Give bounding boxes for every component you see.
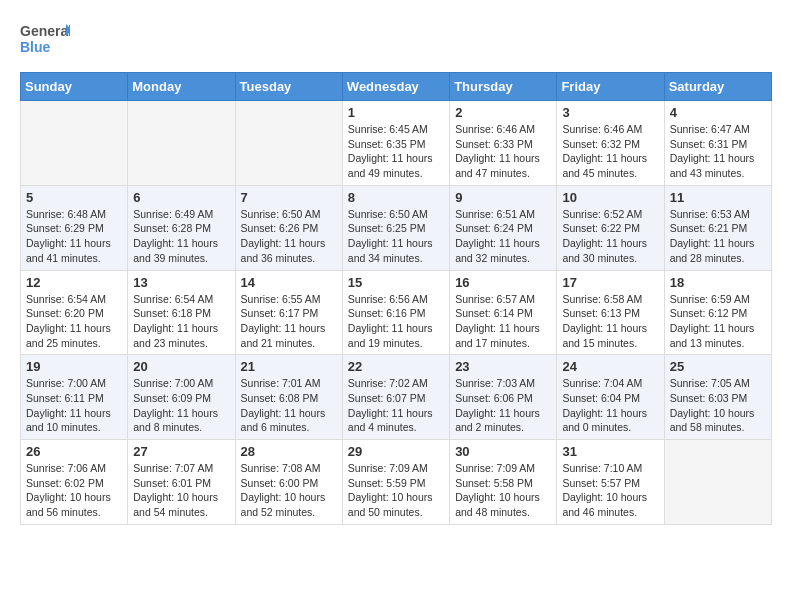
day-info: Sunrise: 7:00 AM Sunset: 6:09 PM Dayligh…	[133, 376, 229, 435]
calendar-cell: 8Sunrise: 6:50 AM Sunset: 6:25 PM Daylig…	[342, 185, 449, 270]
day-number: 1	[348, 105, 444, 120]
calendar-cell: 21Sunrise: 7:01 AM Sunset: 6:08 PM Dayli…	[235, 355, 342, 440]
day-number: 19	[26, 359, 122, 374]
calendar-week-row: 1Sunrise: 6:45 AM Sunset: 6:35 PM Daylig…	[21, 101, 772, 186]
day-info: Sunrise: 6:51 AM Sunset: 6:24 PM Dayligh…	[455, 207, 551, 266]
svg-text:Blue: Blue	[20, 39, 51, 55]
day-number: 13	[133, 275, 229, 290]
calendar-cell: 29Sunrise: 7:09 AM Sunset: 5:59 PM Dayli…	[342, 440, 449, 525]
day-number: 14	[241, 275, 337, 290]
day-number: 30	[455, 444, 551, 459]
calendar-cell: 18Sunrise: 6:59 AM Sunset: 6:12 PM Dayli…	[664, 270, 771, 355]
calendar-cell: 16Sunrise: 6:57 AM Sunset: 6:14 PM Dayli…	[450, 270, 557, 355]
day-info: Sunrise: 7:01 AM Sunset: 6:08 PM Dayligh…	[241, 376, 337, 435]
day-number: 2	[455, 105, 551, 120]
calendar-cell: 2Sunrise: 6:46 AM Sunset: 6:33 PM Daylig…	[450, 101, 557, 186]
calendar-week-row: 5Sunrise: 6:48 AM Sunset: 6:29 PM Daylig…	[21, 185, 772, 270]
calendar-cell: 10Sunrise: 6:52 AM Sunset: 6:22 PM Dayli…	[557, 185, 664, 270]
calendar-week-row: 26Sunrise: 7:06 AM Sunset: 6:02 PM Dayli…	[21, 440, 772, 525]
day-info: Sunrise: 7:04 AM Sunset: 6:04 PM Dayligh…	[562, 376, 658, 435]
page-header: General Blue	[20, 20, 772, 62]
day-info: Sunrise: 7:05 AM Sunset: 6:03 PM Dayligh…	[670, 376, 766, 435]
day-number: 8	[348, 190, 444, 205]
day-header-sunday: Sunday	[21, 73, 128, 101]
calendar-cell	[235, 101, 342, 186]
day-number: 22	[348, 359, 444, 374]
calendar-cell: 17Sunrise: 6:58 AM Sunset: 6:13 PM Dayli…	[557, 270, 664, 355]
day-info: Sunrise: 6:46 AM Sunset: 6:32 PM Dayligh…	[562, 122, 658, 181]
calendar-cell: 26Sunrise: 7:06 AM Sunset: 6:02 PM Dayli…	[21, 440, 128, 525]
calendar-cell: 20Sunrise: 7:00 AM Sunset: 6:09 PM Dayli…	[128, 355, 235, 440]
day-number: 10	[562, 190, 658, 205]
day-number: 3	[562, 105, 658, 120]
calendar-cell	[21, 101, 128, 186]
calendar-cell: 22Sunrise: 7:02 AM Sunset: 6:07 PM Dayli…	[342, 355, 449, 440]
day-info: Sunrise: 7:07 AM Sunset: 6:01 PM Dayligh…	[133, 461, 229, 520]
day-number: 24	[562, 359, 658, 374]
calendar-cell: 11Sunrise: 6:53 AM Sunset: 6:21 PM Dayli…	[664, 185, 771, 270]
day-number: 9	[455, 190, 551, 205]
day-number: 27	[133, 444, 229, 459]
day-header-wednesday: Wednesday	[342, 73, 449, 101]
day-number: 5	[26, 190, 122, 205]
day-number: 12	[26, 275, 122, 290]
calendar-week-row: 12Sunrise: 6:54 AM Sunset: 6:20 PM Dayli…	[21, 270, 772, 355]
day-info: Sunrise: 7:00 AM Sunset: 6:11 PM Dayligh…	[26, 376, 122, 435]
calendar-week-row: 19Sunrise: 7:00 AM Sunset: 6:11 PM Dayli…	[21, 355, 772, 440]
calendar-cell: 19Sunrise: 7:00 AM Sunset: 6:11 PM Dayli…	[21, 355, 128, 440]
calendar-cell: 12Sunrise: 6:54 AM Sunset: 6:20 PM Dayli…	[21, 270, 128, 355]
day-info: Sunrise: 6:53 AM Sunset: 6:21 PM Dayligh…	[670, 207, 766, 266]
day-number: 28	[241, 444, 337, 459]
day-number: 20	[133, 359, 229, 374]
day-number: 31	[562, 444, 658, 459]
day-info: Sunrise: 6:48 AM Sunset: 6:29 PM Dayligh…	[26, 207, 122, 266]
day-info: Sunrise: 7:08 AM Sunset: 6:00 PM Dayligh…	[241, 461, 337, 520]
day-info: Sunrise: 6:54 AM Sunset: 6:18 PM Dayligh…	[133, 292, 229, 351]
calendar-cell: 6Sunrise: 6:49 AM Sunset: 6:28 PM Daylig…	[128, 185, 235, 270]
day-number: 6	[133, 190, 229, 205]
day-header-friday: Friday	[557, 73, 664, 101]
day-number: 4	[670, 105, 766, 120]
day-info: Sunrise: 6:58 AM Sunset: 6:13 PM Dayligh…	[562, 292, 658, 351]
day-number: 7	[241, 190, 337, 205]
logo: General Blue	[20, 20, 70, 62]
day-info: Sunrise: 7:02 AM Sunset: 6:07 PM Dayligh…	[348, 376, 444, 435]
day-info: Sunrise: 6:50 AM Sunset: 6:25 PM Dayligh…	[348, 207, 444, 266]
calendar-body: 1Sunrise: 6:45 AM Sunset: 6:35 PM Daylig…	[21, 101, 772, 525]
day-header-tuesday: Tuesday	[235, 73, 342, 101]
calendar-table: SundayMondayTuesdayWednesdayThursdayFrid…	[20, 72, 772, 525]
day-info: Sunrise: 7:03 AM Sunset: 6:06 PM Dayligh…	[455, 376, 551, 435]
day-info: Sunrise: 6:47 AM Sunset: 6:31 PM Dayligh…	[670, 122, 766, 181]
day-header-thursday: Thursday	[450, 73, 557, 101]
calendar-cell	[128, 101, 235, 186]
day-info: Sunrise: 6:57 AM Sunset: 6:14 PM Dayligh…	[455, 292, 551, 351]
calendar-cell: 7Sunrise: 6:50 AM Sunset: 6:26 PM Daylig…	[235, 185, 342, 270]
calendar-cell: 25Sunrise: 7:05 AM Sunset: 6:03 PM Dayli…	[664, 355, 771, 440]
day-info: Sunrise: 6:50 AM Sunset: 6:26 PM Dayligh…	[241, 207, 337, 266]
day-info: Sunrise: 6:59 AM Sunset: 6:12 PM Dayligh…	[670, 292, 766, 351]
day-info: Sunrise: 7:06 AM Sunset: 6:02 PM Dayligh…	[26, 461, 122, 520]
calendar-cell: 13Sunrise: 6:54 AM Sunset: 6:18 PM Dayli…	[128, 270, 235, 355]
day-number: 15	[348, 275, 444, 290]
calendar-cell: 9Sunrise: 6:51 AM Sunset: 6:24 PM Daylig…	[450, 185, 557, 270]
day-number: 18	[670, 275, 766, 290]
logo-svg: General Blue	[20, 20, 70, 62]
calendar-cell: 30Sunrise: 7:09 AM Sunset: 5:58 PM Dayli…	[450, 440, 557, 525]
calendar-cell: 27Sunrise: 7:07 AM Sunset: 6:01 PM Dayli…	[128, 440, 235, 525]
day-info: Sunrise: 7:10 AM Sunset: 5:57 PM Dayligh…	[562, 461, 658, 520]
day-info: Sunrise: 6:55 AM Sunset: 6:17 PM Dayligh…	[241, 292, 337, 351]
calendar-cell: 23Sunrise: 7:03 AM Sunset: 6:06 PM Dayli…	[450, 355, 557, 440]
day-header-monday: Monday	[128, 73, 235, 101]
calendar-cell: 15Sunrise: 6:56 AM Sunset: 6:16 PM Dayli…	[342, 270, 449, 355]
calendar-cell	[664, 440, 771, 525]
calendar-cell: 5Sunrise: 6:48 AM Sunset: 6:29 PM Daylig…	[21, 185, 128, 270]
day-info: Sunrise: 6:52 AM Sunset: 6:22 PM Dayligh…	[562, 207, 658, 266]
calendar-cell: 31Sunrise: 7:10 AM Sunset: 5:57 PM Dayli…	[557, 440, 664, 525]
day-info: Sunrise: 6:56 AM Sunset: 6:16 PM Dayligh…	[348, 292, 444, 351]
calendar-header-row: SundayMondayTuesdayWednesdayThursdayFrid…	[21, 73, 772, 101]
calendar-cell: 24Sunrise: 7:04 AM Sunset: 6:04 PM Dayli…	[557, 355, 664, 440]
day-info: Sunrise: 6:49 AM Sunset: 6:28 PM Dayligh…	[133, 207, 229, 266]
day-number: 23	[455, 359, 551, 374]
calendar-cell: 1Sunrise: 6:45 AM Sunset: 6:35 PM Daylig…	[342, 101, 449, 186]
day-number: 25	[670, 359, 766, 374]
